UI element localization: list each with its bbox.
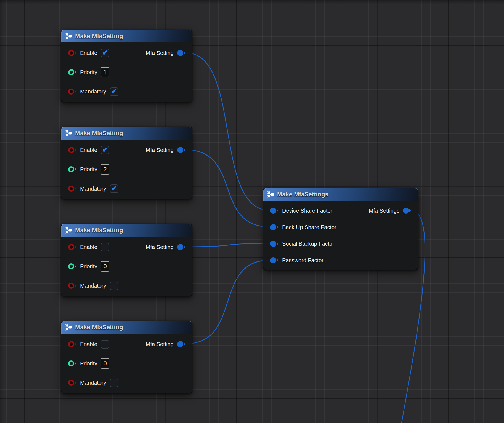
output-row-mfa-settings: Mfa Settings [369, 205, 411, 217]
node-header[interactable]: Make MfaSetting [61, 127, 192, 140]
struct-pin-circle [177, 50, 183, 56]
pin-arrow-icon [277, 259, 278, 262]
enable-input-pin[interactable] [68, 147, 76, 153]
output-row-mfa-setting: Mfa Setting [146, 144, 185, 156]
input-row-enable: Enable [68, 241, 109, 253]
priority-input-pin[interactable] [68, 69, 76, 75]
pin-label: Priority [80, 360, 97, 367]
pin-label: Social Backup Factor [282, 241, 334, 247]
pin-label: Mfa Setting [146, 341, 174, 347]
back-up-share-factor-input-pin[interactable] [270, 224, 278, 230]
bool-pin-circle [68, 244, 74, 250]
enable-input-pin[interactable] [68, 341, 76, 347]
node-title: Make MfaSettings [277, 191, 328, 198]
enable-checkbox[interactable] [101, 49, 109, 57]
mandatory-checkbox[interactable] [110, 379, 118, 387]
input-row-mandatory: Mandatory [68, 377, 118, 389]
input-row-password-factor: Password Factor [270, 254, 323, 266]
input-row-priority: Priority0 [68, 357, 109, 370]
mandatory-input-pin[interactable] [68, 380, 76, 386]
pin-label: Priority [80, 166, 97, 173]
node-header[interactable]: Make MfaSetting [61, 321, 192, 334]
blueprint-node-make-mfasetting[interactable]: Make MfaSettingEnablePriority1MandatoryM… [61, 30, 192, 102]
mandatory-checkbox[interactable] [110, 87, 118, 96]
pin-arrow-icon [75, 148, 76, 152]
mandatory-input-pin[interactable] [68, 89, 76, 95]
priority-field[interactable]: 2 [101, 164, 109, 175]
mfa-setting-output-pin[interactable] [177, 147, 185, 153]
blueprint-wire[interactable] [185, 243, 270, 247]
priority-input-pin[interactable] [68, 360, 76, 366]
pin-label: Device Share Factor [282, 208, 332, 214]
enable-checkbox[interactable] [101, 146, 109, 154]
pin-arrow-icon [277, 242, 278, 245]
mandatory-checkbox[interactable] [110, 184, 118, 193]
blueprint-node-make-mfasetting[interactable]: Make MfaSettingEnablePriority2MandatoryM… [61, 127, 192, 199]
pin-label: Password Factor [282, 257, 323, 264]
pin-label: Mandatory [80, 89, 106, 95]
pin-label: Priority [80, 263, 97, 270]
mfa-setting-output-pin[interactable] [177, 244, 185, 250]
output-row-mfa-setting: Mfa Setting [146, 47, 185, 59]
bool-pin-circle [68, 89, 74, 95]
device-share-factor-input-pin[interactable] [270, 208, 278, 214]
mandatory-checkbox[interactable] [110, 282, 118, 290]
blueprint-node-make-mfasettings[interactable]: Make MfaSettingsDevice Share FactorBack … [263, 188, 418, 270]
mfa-setting-output-pin[interactable] [177, 50, 185, 56]
pin-arrow-icon [75, 342, 76, 346]
pin-arrow-icon [75, 284, 76, 287]
blueprint-wire[interactable] [185, 53, 270, 210]
blueprint-node-make-mfasetting[interactable]: Make MfaSettingEnablePriority0MandatoryM… [61, 224, 192, 296]
struct-pin-circle [403, 208, 409, 214]
mandatory-input-pin[interactable] [68, 186, 76, 192]
int-pin-circle [68, 263, 74, 269]
enable-input-pin[interactable] [68, 50, 76, 56]
password-factor-input-pin[interactable] [270, 257, 278, 263]
enable-input-pin[interactable] [68, 244, 76, 250]
pin-arrow-icon [75, 381, 76, 384]
blueprint-wire[interactable] [185, 150, 270, 227]
enable-checkbox[interactable] [101, 243, 109, 251]
input-row-mandatory: Mandatory [68, 280, 118, 292]
input-row-mandatory: Mandatory [68, 85, 118, 98]
input-row-enable: Enable [68, 47, 109, 59]
mfa-setting-output-pin[interactable] [177, 341, 185, 347]
pin-label: Mandatory [80, 283, 106, 289]
node-header[interactable]: Make MfaSetting [61, 224, 192, 237]
make-struct-icon [267, 191, 275, 198]
pin-arrow-icon [75, 245, 76, 249]
pin-arrow-icon [75, 168, 76, 171]
blueprint-wire[interactable] [185, 260, 270, 344]
priority-input-pin[interactable] [68, 263, 76, 269]
social-backup-factor-input-pin[interactable] [270, 241, 278, 247]
pin-arrow-icon [184, 51, 185, 55]
enable-checkbox[interactable] [101, 340, 109, 349]
blueprint-graph-canvas[interactable]: Make MfaSettingEnablePriority1MandatoryM… [0, 0, 504, 423]
node-title: Make MfaSetting [75, 130, 123, 137]
bool-pin-circle [68, 380, 74, 386]
blueprint-node-make-mfasetting[interactable]: Make MfaSettingEnablePriority0MandatoryM… [61, 321, 192, 393]
priority-field[interactable]: 0 [101, 261, 109, 272]
pin-label: Mandatory [80, 186, 106, 192]
pin-arrow-icon [75, 71, 76, 74]
mfa-settings-output-pin[interactable] [403, 208, 411, 214]
input-row-priority: Priority1 [68, 66, 109, 78]
priority-input-pin[interactable] [68, 166, 76, 172]
priority-field[interactable]: 1 [101, 67, 109, 77]
pin-label: Priority [80, 69, 97, 76]
mandatory-input-pin[interactable] [68, 283, 76, 289]
pin-arrow-icon [75, 362, 76, 365]
priority-field[interactable]: 0 [101, 358, 109, 369]
pin-arrow-icon [409, 209, 411, 212]
bool-pin-circle [68, 147, 74, 153]
node-header[interactable]: Make MfaSetting [61, 30, 192, 42]
pin-label: Enable [80, 341, 97, 347]
input-row-priority: Priority0 [68, 260, 109, 272]
make-struct-icon [65, 324, 73, 331]
pin-label: Mfa Setting [146, 244, 174, 250]
struct-pin-circle [270, 224, 276, 230]
node-header[interactable]: Make MfaSettings [263, 188, 418, 201]
make-struct-icon [65, 227, 73, 234]
input-row-device-share-factor: Device Share Factor [270, 205, 332, 217]
struct-pin-circle [177, 147, 183, 153]
